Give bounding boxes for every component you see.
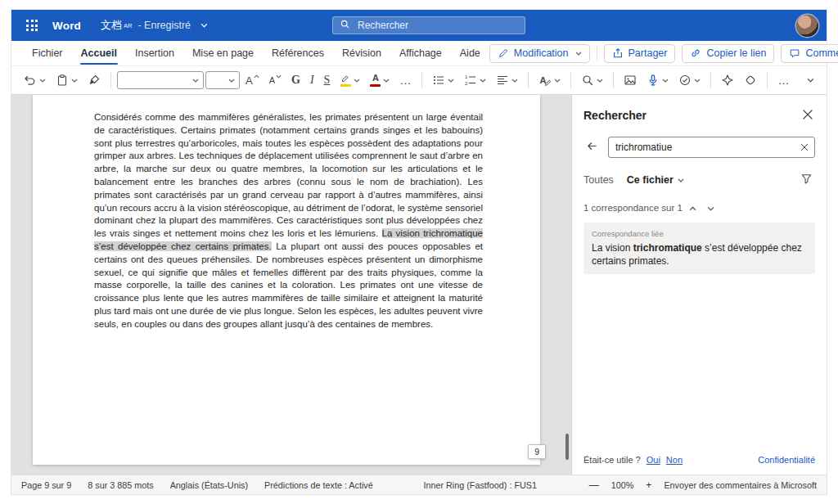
tab-revision[interactable]: Révision [333, 42, 390, 65]
share-icon [612, 47, 624, 59]
editor-button[interactable] [674, 70, 705, 90]
align-text-icon [496, 74, 509, 87]
close-panel-button[interactable] [800, 106, 815, 125]
designer-button[interactable] [717, 70, 738, 90]
paste-button[interactable] [52, 70, 82, 90]
numbered-list-icon: 12 [464, 74, 477, 87]
editing-mode-dropdown[interactable]: Modification [489, 44, 590, 63]
comment-icon [789, 47, 800, 59]
tab-insertion[interactable]: Insertion [126, 42, 183, 65]
chevron-down-icon [276, 74, 282, 79]
filter-button[interactable] [798, 170, 815, 190]
copy-link-button[interactable]: Copier le lien [682, 44, 774, 63]
tab-affichage[interactable]: Affichage [390, 42, 451, 65]
divider [710, 72, 711, 88]
more-font-options-button[interactable]: … [395, 71, 416, 89]
match-count: 1 correspondance sur 1 [583, 203, 683, 213]
font-color-button[interactable]: A [366, 70, 394, 90]
find-search-input[interactable] [614, 141, 796, 154]
share-button[interactable]: Partager [604, 44, 676, 63]
app-launcher-button[interactable] [20, 13, 44, 38]
document-title-chevron-down-icon[interactable] [200, 23, 208, 28]
highlight-color-button[interactable] [336, 70, 364, 90]
document-title[interactable]: 文档 [101, 18, 122, 33]
previous-result-button[interactable] [686, 200, 701, 215]
privacy-link[interactable]: Confidentialité [758, 455, 815, 465]
tab-fichier[interactable]: Fichier [23, 42, 72, 65]
share-label: Partager [628, 47, 668, 59]
text-predictions-status[interactable]: Prédictions de texte : Activé [264, 480, 373, 490]
format-painter-button[interactable] [83, 70, 105, 90]
shrink-font-button[interactable]: A [265, 73, 286, 88]
font-color-icon: A [370, 74, 381, 87]
send-feedback-link[interactable]: Envoyer des commentaires à Microsoft [664, 480, 817, 490]
result-text-before: La vision [592, 242, 633, 254]
pencil-icon [498, 47, 509, 59]
underline-label: S [324, 74, 331, 86]
next-result-button[interactable] [704, 200, 719, 215]
insert-image-button[interactable] [619, 70, 641, 90]
font-name-combobox[interactable] [117, 71, 204, 89]
back-button[interactable] [583, 137, 601, 158]
microphone-icon [647, 74, 660, 87]
find-search-field[interactable] [608, 137, 815, 158]
chevron-down-icon [554, 79, 561, 83]
scope-dropdown-this-file[interactable]: Ce fichier [627, 174, 684, 186]
ring-status: Inner Ring (Fastfood) : FUS1 [373, 480, 588, 490]
numbering-button[interactable]: 12 [460, 70, 490, 90]
zoom-out-button[interactable]: — [588, 479, 601, 491]
shrink-font-letter: A [269, 76, 275, 85]
close-icon [800, 140, 809, 155]
italic-label: I [310, 74, 314, 86]
feedback-yes-link[interactable]: Oui [647, 455, 660, 465]
tab-mise-en-page[interactable]: Mise en page [183, 42, 263, 65]
result-label: Correspondance liée [592, 229, 807, 238]
arrow-left-icon [586, 140, 598, 155]
filter-funnel-icon [800, 173, 813, 187]
word-count-status[interactable]: 8 sur 3 885 mots [88, 480, 153, 490]
collapse-ribbon-button[interactable] [803, 74, 818, 86]
chevron-down-icon [597, 79, 603, 83]
font-size-combobox[interactable] [205, 71, 240, 89]
chevron-up-icon [689, 203, 696, 213]
titlebar-search[interactable] [332, 16, 525, 34]
titlebar-search-input[interactable] [356, 19, 518, 32]
ribbon-tab-bar: Fichier Accueil Insertion Mise en page R… [11, 41, 827, 66]
zoom-level[interactable]: 100% [611, 480, 634, 490]
search-result-card[interactable]: Correspondance liée La vision trichromat… [583, 223, 815, 274]
find-button[interactable] [577, 70, 607, 90]
vertical-scrollbar-thumb[interactable] [565, 434, 569, 460]
comments-label: Commentaires [805, 47, 838, 59]
chevron-down-icon [71, 79, 78, 83]
bold-button[interactable]: G [287, 71, 304, 89]
underline-button[interactable]: S [320, 71, 335, 89]
document-page[interactable]: Considérés comme des mammifères générali… [33, 95, 540, 465]
word-app-window: Word 文档 AR - Enregistré Fichier Accueil … [11, 10, 827, 494]
page-number-indicator: 9 [528, 444, 546, 459]
copilot-button[interactable] [740, 70, 761, 90]
clear-search-button[interactable] [800, 139, 809, 155]
ribbon-right-actions: Modification Partager Copier le lien [489, 44, 838, 63]
tab-aide[interactable]: Aide [451, 42, 489, 65]
undo-button[interactable] [20, 70, 50, 90]
tab-references[interactable]: Références [263, 42, 333, 65]
bullets-button[interactable] [428, 70, 458, 90]
zoom-in-button[interactable]: + [644, 479, 653, 491]
copilot-icon [744, 74, 757, 87]
alignment-button[interactable] [492, 70, 522, 90]
more-icon: … [399, 74, 412, 86]
dictate-button[interactable] [642, 70, 673, 90]
page-count-status[interactable]: Page 9 sur 9 [21, 480, 71, 490]
grow-font-button[interactable]: A [241, 72, 264, 89]
scope-tab-all[interactable]: Toutes [583, 174, 614, 186]
tab-accueil[interactable]: Accueil [72, 42, 126, 65]
toolbar-overflow-button[interactable]: … [773, 71, 794, 89]
language-status[interactable]: Anglais (États-Unis) [170, 480, 248, 490]
feedback-no-link[interactable]: Non [666, 455, 683, 465]
styles-button[interactable]: A [534, 70, 565, 90]
italic-button[interactable]: I [306, 71, 318, 89]
divider [421, 72, 422, 88]
close-icon [803, 108, 813, 123]
comments-button[interactable]: Commentaires [781, 44, 838, 63]
account-avatar[interactable] [796, 15, 818, 37]
